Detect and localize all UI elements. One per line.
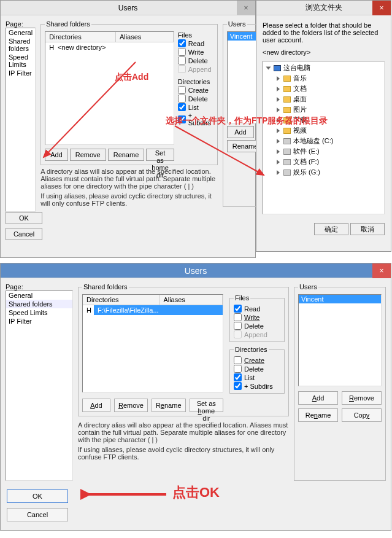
user-copy-button[interactable]: Copy (342, 408, 382, 422)
browse-newdir: <new directory> (263, 49, 385, 56)
tree-node[interactable]: 音乐 (277, 73, 384, 84)
dirs-label: Directories (234, 346, 269, 353)
folder-sethome-button[interactable]: Set as home dir (146, 149, 174, 161)
folder-rename-button[interactable]: Rename (152, 399, 186, 412)
browse-folder-dialog: 浏览文件夹 × Please select a folder that shou… (256, 0, 391, 252)
folders-table[interactable]: Directories Aliases H <new directory> (45, 31, 174, 145)
folder-rename-button[interactable]: Rename (108, 149, 145, 161)
tree-node[interactable]: 视频 (277, 125, 384, 136)
chk-delete[interactable]: Delete (234, 322, 280, 330)
help-text-2: If using aliases, please avoid cyclic di… (78, 446, 289, 461)
tree-drive[interactable]: 文档 (F:) (277, 157, 384, 167)
users-dialog-2: Users × Page: General Shared folders Spe… (0, 263, 391, 531)
drive-icon (283, 138, 291, 144)
user-remove-button[interactable]: Remove (342, 391, 382, 405)
col-directories: Directories (83, 295, 159, 305)
titlebar: Users × (1, 263, 391, 278)
tree-drive[interactable]: 软件 (E:) (277, 146, 384, 157)
chk-ddelete[interactable]: Delete (234, 365, 280, 373)
dir-cell[interactable]: F:\Filezilla\FileZilla... (94, 305, 163, 315)
cancel-button[interactable]: Cancel (6, 228, 42, 240)
page-label: Page: (6, 20, 36, 28)
chk-ddelete[interactable]: Delete (178, 95, 213, 103)
shared-folders-legend: Shared folders (82, 283, 129, 290)
users-legend: Users (227, 20, 247, 28)
title: Users (185, 266, 207, 276)
title: 浏览文件夹 (306, 2, 342, 13)
folder-icon (283, 86, 291, 92)
page-list[interactable]: General Shared folders Speed Limits IP F… (6, 28, 36, 212)
user-vincent[interactable]: Vincent (299, 295, 381, 303)
browse-cancel-button[interactable]: 取消 (350, 223, 385, 235)
browse-ok-button[interactable]: 确定 (314, 223, 348, 235)
tree-root[interactable]: 这台电脑 (267, 63, 384, 73)
close-icon[interactable]: × (372, 1, 391, 15)
users-legend: Users (298, 283, 318, 290)
ok-button[interactable]: OK (7, 489, 68, 503)
chk-write[interactable]: Write (178, 48, 213, 56)
folders-table[interactable]: Directories Aliases H F:\Filezilla\FileZ… (82, 294, 223, 392)
chk-create[interactable]: Create (234, 356, 280, 364)
close-icon[interactable]: × (372, 263, 391, 278)
folder-add-button[interactable]: Add (82, 399, 110, 412)
titlebar: 浏览文件夹 × (256, 1, 391, 15)
tree-node[interactable]: 文档 (277, 84, 384, 94)
dir-cell[interactable]: <new directory> (54, 42, 109, 52)
tree-drive[interactable]: 本地磁盘 (C:) (277, 136, 384, 146)
folder-tree[interactable]: 这台电脑 音乐 文档 桌面 图片 下载 视频 本地磁盘 (C:) 软件 (E:)… (263, 61, 385, 214)
chk-list[interactable]: List (234, 373, 280, 381)
folder-icon (283, 117, 291, 123)
user-add-button[interactable]: Add (227, 126, 254, 138)
help-text-1: A directory alias will also appear at th… (78, 421, 289, 443)
page-speed-limits[interactable]: Speed Limits (6, 308, 72, 317)
chk-subdirs[interactable]: + Subdirs (234, 382, 280, 390)
browse-instructions: Please select a folder that should be ad… (263, 21, 385, 44)
user-add-button[interactable]: Add (298, 391, 338, 405)
ok-button[interactable]: OK (6, 212, 42, 224)
col-aliases: Aliases (159, 295, 223, 305)
drive-icon (283, 159, 291, 165)
chk-write[interactable]: Write (234, 313, 280, 321)
page-shared-folders[interactable]: Shared folders (6, 300, 72, 308)
tree-node[interactable]: 下载 (277, 115, 384, 125)
chk-create[interactable]: Create (178, 86, 213, 94)
folder-sethome-button[interactable]: Set as home dir (190, 399, 223, 412)
tree-node[interactable]: 图片 (277, 104, 384, 115)
cancel-button[interactable]: Cancel (7, 508, 68, 521)
computer-icon (274, 65, 281, 71)
chk-delete[interactable]: Delete (178, 57, 213, 64)
page-ip-filter[interactable]: IP Filter (6, 69, 35, 77)
files-label: Files (178, 31, 213, 39)
chk-list[interactable]: List (178, 103, 213, 111)
chk-append[interactable]: Append (178, 65, 213, 73)
page-list[interactable]: General Shared folders Speed Limits IP F… (6, 290, 73, 481)
chk-subdirs[interactable]: + Subdirs (178, 112, 213, 127)
folder-remove-button[interactable]: Remove (70, 149, 106, 161)
page-general[interactable]: General (6, 291, 72, 300)
titlebar: Users × (1, 1, 255, 15)
chk-read[interactable]: Read (234, 305, 280, 313)
folder-icon (283, 96, 291, 103)
home-marker: H (45, 42, 54, 52)
chk-read[interactable]: Read (178, 39, 213, 47)
page-label: Page: (6, 283, 73, 290)
help-text-2: If using aliases, please avoid cyclic di… (40, 192, 218, 207)
page-shared-folders[interactable]: Shared folders (6, 37, 35, 53)
anno-ok: 点击OK (172, 483, 220, 502)
help-text-1: A directory alias will also appear at th… (40, 168, 218, 190)
page-general[interactable]: General (6, 28, 35, 37)
user-rename-button[interactable]: Rename (298, 408, 338, 422)
col-directories: Directories (45, 32, 116, 42)
drive-icon (283, 170, 291, 176)
page-speed-limits[interactable]: Speed Limits (6, 53, 35, 69)
tree-drive[interactable]: 娱乐 (G:) (277, 167, 384, 177)
folder-add-button[interactable]: Add (45, 149, 68, 161)
page-ip-filter[interactable]: IP Filter (6, 317, 72, 326)
folder-remove-button[interactable]: Remove (114, 399, 148, 412)
users-list[interactable]: Vincent (298, 294, 382, 386)
chk-append[interactable]: Append (234, 330, 280, 338)
folder-icon (283, 107, 291, 113)
users-dialog-1: Users × Page: General Shared folders Spe… (0, 0, 256, 258)
tree-node[interactable]: 桌面 (277, 94, 384, 104)
close-icon[interactable]: × (237, 1, 255, 15)
